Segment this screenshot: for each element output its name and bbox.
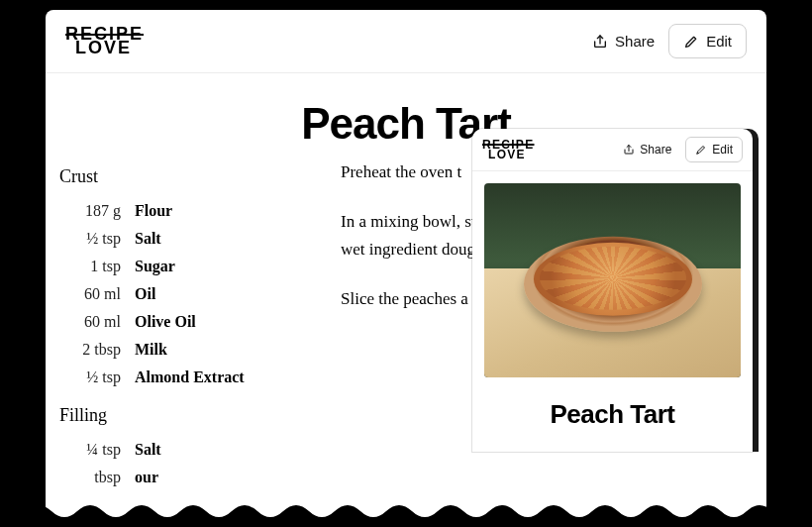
ingredient-row: 187 gFlour xyxy=(59,197,307,225)
ingredient-row: 60 mlOlive Oil xyxy=(59,308,307,336)
card-edit-button[interactable]: Edit xyxy=(685,137,743,162)
ingredient-row: tbspour xyxy=(59,464,307,491)
section-heading: Crust xyxy=(59,166,307,187)
edit-button[interactable]: Edit xyxy=(668,24,747,58)
ingredients-column: Crust 187 gFlour½ tspSalt1 tspSugar60 ml… xyxy=(59,158,307,491)
ingredient-list: 187 gFlour½ tspSalt1 tspSugar60 mlOil60 … xyxy=(59,197,307,391)
card-topbar: RECIPE LOVE Share Edit xyxy=(472,129,753,171)
ingredient-name: our xyxy=(135,464,158,491)
ingredient-name: Almond Extract xyxy=(135,364,245,391)
share-icon xyxy=(592,34,608,50)
ingredient-row: ¼ tspSalt xyxy=(59,436,307,464)
pencil-icon xyxy=(695,144,707,156)
card-title: Peach Tart xyxy=(484,399,741,430)
torn-edge xyxy=(0,505,812,527)
ingredient-name: Salt xyxy=(135,436,161,464)
card-logo: RECIPE LOVE xyxy=(482,140,534,158)
ingredient-row: ½ tspSalt xyxy=(59,225,307,253)
recipe-photo xyxy=(484,183,741,377)
logo-line2: LOVE xyxy=(75,41,144,55)
share-label: Share xyxy=(615,33,655,50)
ingredient-qty: tbsp xyxy=(59,464,121,491)
ingredient-qty: 60 ml xyxy=(59,280,121,308)
preview-card: RECIPE LOVE Share Edit xyxy=(472,129,753,452)
logo-line2: LOVE xyxy=(488,150,534,159)
ingredient-qty: ½ tsp xyxy=(59,225,121,253)
ingredient-qty: 187 g xyxy=(59,197,121,225)
ingredient-qty: ½ tsp xyxy=(59,364,121,391)
logo: RECIPE LOVE xyxy=(65,27,144,56)
edit-label: Edit xyxy=(712,143,733,157)
ingredient-name: Milk xyxy=(135,336,167,364)
ingredient-row: 1 tspSugar xyxy=(59,253,307,280)
ingredient-name: Salt xyxy=(135,225,161,253)
share-label: Share xyxy=(640,143,671,157)
ingredient-qty: 1 tsp xyxy=(59,253,121,280)
ingredient-qty: ¼ tsp xyxy=(59,436,121,464)
ingredient-row: 60 mlOil xyxy=(59,280,307,308)
pencil-icon xyxy=(683,34,699,50)
card-share-button[interactable]: Share xyxy=(623,143,671,157)
ingredient-row: ½ tspAlmond Extract xyxy=(59,364,307,391)
ingredient-qty: 60 ml xyxy=(59,308,121,336)
edit-label: Edit xyxy=(706,33,732,50)
card-actions: Share Edit xyxy=(623,137,743,162)
ingredient-list: ¼ tspSalttbspour xyxy=(59,436,307,491)
ingredient-name: Flour xyxy=(135,197,172,225)
ingredient-row: 2 tbspMilk xyxy=(59,336,307,364)
ingredient-name: Sugar xyxy=(135,253,175,280)
card-body: Peach Tart xyxy=(472,171,753,430)
ingredient-qty: 2 tbsp xyxy=(59,336,121,364)
share-icon xyxy=(623,144,635,156)
actions: Share Edit xyxy=(592,24,747,58)
ingredient-name: Olive Oil xyxy=(135,308,196,336)
ingredient-name: Oil xyxy=(135,280,155,308)
topbar: RECIPE LOVE Share Edit xyxy=(46,10,766,73)
section-heading: Filling xyxy=(59,405,307,426)
share-button[interactable]: Share xyxy=(592,33,655,50)
